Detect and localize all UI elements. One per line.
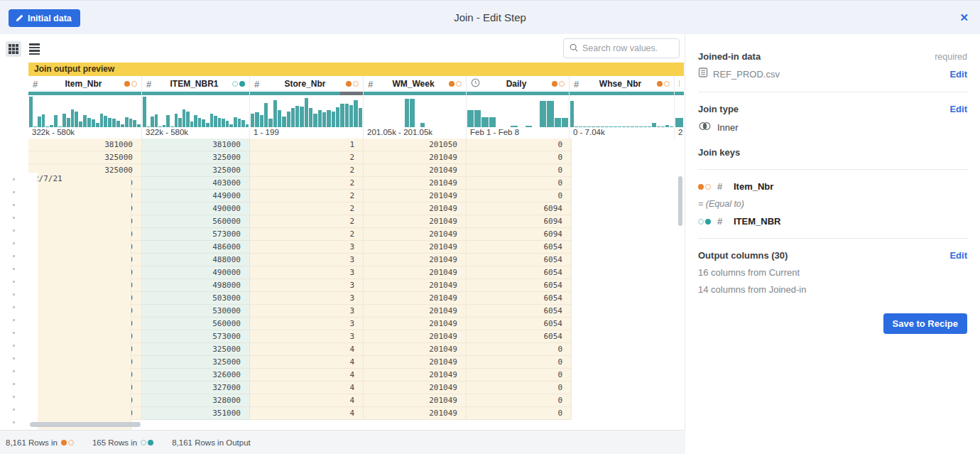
table-cell[interactable]: 6054 (467, 241, 572, 254)
table-cell[interactable]: 0 (467, 356, 572, 369)
table-cell[interactable] (28, 173, 38, 454)
table-cell[interactable]: 0 (467, 369, 572, 382)
table-cell[interactable]: 2 (250, 190, 364, 202)
table-cell[interactable]: 488000 (142, 254, 250, 266)
table-cell[interactable]: 6094 (467, 202, 572, 215)
table-cell[interactable]: 201049 (364, 369, 467, 382)
table-cell[interactable]: 201049 (364, 318, 467, 330)
edit-joined-in-link[interactable]: Edit (949, 69, 967, 80)
table-cell[interactable]: 325000 (142, 164, 250, 177)
table-cell[interactable]: 201049 (364, 228, 467, 241)
edit-join-type-link[interactable]: Edit (949, 104, 967, 114)
table-cell[interactable]: 325000 (142, 343, 250, 356)
table-cell[interactable]: 328000 (142, 394, 250, 407)
table-cell[interactable]: 201049 (364, 330, 467, 343)
table-cell[interactable]: 4 (250, 369, 364, 382)
table-cell[interactable]: 1 (250, 139, 364, 151)
table-cell[interactable]: 201049 (364, 215, 467, 228)
grid-view-button[interactable] (6, 41, 21, 57)
data-quality-bar[interactable] (570, 92, 674, 95)
table-cell[interactable]: 6054 (467, 266, 572, 279)
table-cell[interactable]: 560000 (142, 318, 250, 330)
column-histogram[interactable] (142, 95, 249, 127)
column-histogram[interactable] (250, 95, 363, 127)
table-cell[interactable]: 560000 (142, 215, 250, 228)
column-header-store_nbr[interactable]: #Store_Nbr1 - 199 (250, 76, 364, 139)
table-cell[interactable]: 2 (250, 215, 364, 228)
list-view-button[interactable] (26, 41, 42, 57)
table-cell[interactable]: 201049 (364, 394, 467, 407)
search-input[interactable] (582, 43, 673, 53)
table-cell[interactable]: 351000 (142, 407, 250, 420)
table-cell[interactable]: 498000 (142, 279, 250, 292)
table-cell[interactable]: 0 (467, 190, 572, 202)
table-cell[interactable]: 6054 (467, 254, 572, 266)
table-cell[interactable]: 4 (250, 394, 364, 407)
table-cell[interactable]: 3 (250, 279, 364, 292)
column-histogram[interactable] (467, 95, 569, 127)
data-quality-bar[interactable] (142, 92, 249, 95)
data-quality-bar[interactable] (364, 92, 466, 95)
table-cell[interactable]: 201049 (364, 151, 467, 164)
table-cell[interactable]: 3 (250, 330, 364, 343)
table-cell[interactable]: 201049 (364, 356, 467, 369)
table-cell[interactable]: 6054 (467, 279, 572, 292)
table-cell[interactable]: 201049 (364, 305, 467, 318)
column-header-daily[interactable]: DailyFeb 1 - Feb 8 (467, 76, 570, 139)
table-cell[interactable]: 573000 (142, 228, 250, 241)
table-cell[interactable]: 325000 (142, 151, 250, 164)
table-cell[interactable]: 326000 (142, 369, 250, 382)
column-header-whse_nbr[interactable]: #Whse_Nbr0 - 7.04k (570, 76, 675, 139)
data-quality-bar[interactable] (250, 92, 363, 95)
table-cell[interactable]: 381000 (142, 139, 250, 151)
table-cell[interactable]: 201049 (364, 202, 467, 215)
table-cell[interactable]: 3 (250, 241, 364, 254)
table-cell[interactable]: 0 (467, 139, 572, 151)
table-cell[interactable]: 4 (250, 382, 364, 394)
data-quality-bar[interactable] (28, 92, 141, 95)
close-icon[interactable]: ✕ (959, 11, 969, 25)
table-cell[interactable]: 6054 (467, 292, 572, 305)
column-histogram[interactable] (28, 95, 141, 127)
table-cell[interactable]: 3 (250, 292, 364, 305)
table-cell[interactable]: 503000 (142, 292, 250, 305)
column-header-r[interactable]: R2 (675, 76, 684, 139)
column-header-item_nbr1[interactable]: #ITEM_NBR1322k - 580k (142, 76, 250, 139)
table-cell[interactable]: 0 (467, 394, 572, 407)
table-cell[interactable]: 4 (250, 407, 364, 420)
table-cell[interactable]: 0 (467, 382, 572, 394)
table-cell[interactable]: 201050 (364, 139, 467, 151)
table-cell[interactable]: 6094 (467, 215, 572, 228)
table-cell[interactable]: 3 (250, 305, 364, 318)
table-cell[interactable]: 2/7/21 (28, 173, 131, 454)
column-histogram[interactable] (675, 95, 684, 127)
table-cell[interactable]: 3 (250, 266, 364, 279)
table-cell[interactable]: 403000 (142, 177, 250, 190)
table-cell[interactable]: 0 (467, 151, 572, 164)
table-cell[interactable]: 381000 (28, 139, 142, 151)
table-cell[interactable]: 201049 (364, 279, 467, 292)
table-cell[interactable]: 327000 (142, 382, 250, 394)
column-histogram[interactable] (364, 95, 466, 127)
table-cell[interactable]: 4 (250, 343, 364, 356)
table-cell[interactable]: 0 (467, 177, 572, 190)
table-cell[interactable]: 201049 (364, 177, 467, 190)
table-cell[interactable]: 530000 (142, 305, 250, 318)
table-cell[interactable]: 3 (250, 318, 364, 330)
table-cell[interactable]: 201049 (364, 254, 467, 266)
table-cell[interactable]: 573000 (142, 330, 250, 343)
data-quality-bar[interactable] (467, 92, 569, 95)
table-cell[interactable]: 2 (250, 202, 364, 215)
column-header-wm_week[interactable]: #WM_Week201.05k - 201.05k (364, 76, 467, 139)
table-cell[interactable]: 201049 (364, 292, 467, 305)
column-histogram[interactable] (570, 95, 674, 127)
table-cell[interactable]: 3 (250, 254, 364, 266)
data-quality-bar[interactable] (675, 92, 684, 95)
table-cell[interactable]: 0 (467, 407, 572, 420)
table-cell[interactable]: 2 (250, 228, 364, 241)
table-cell[interactable]: 6094 (467, 228, 572, 241)
table-cell[interactable]: 490000 (142, 202, 250, 215)
edit-output-columns-link[interactable]: Edit (949, 250, 967, 261)
table-cell[interactable]: 2 (250, 177, 364, 190)
table-cell[interactable]: 0 (467, 164, 572, 177)
